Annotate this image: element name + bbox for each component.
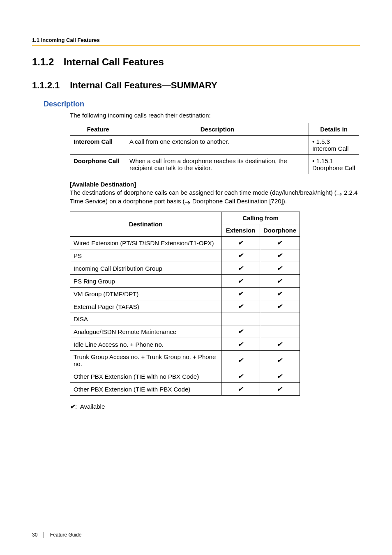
cell-doorphone: ✔ [260, 288, 300, 300]
text-segment: ) on a doorphone port basis ( [106, 198, 185, 205]
col-header-feature: Feature [70, 123, 126, 136]
col-header-description: Description [126, 123, 309, 136]
cell-destination: PS Ring Group [70, 275, 221, 288]
header-rule [32, 45, 360, 46]
cell-extension: ✔ [221, 275, 260, 288]
table-row: Other PBX Extension (TIE with PBX Code)✔… [70, 383, 300, 396]
table-row: PS Ring Group✔✔ [70, 275, 300, 288]
cell-extension: ✔ [221, 249, 260, 262]
cell-doorphone: ✔ [260, 237, 300, 249]
cell-details: • 1.15.1 Doorphone Call [309, 155, 359, 174]
cell-extension: ✔ [221, 288, 260, 300]
cell-description: A call from one extension to another. [126, 136, 309, 155]
cell-destination: Wired Extension (PT/SLT/ISDN Extension/T… [70, 237, 221, 249]
arrow-icon [337, 189, 342, 197]
cell-description: When a call from a doorphone reaches its… [126, 155, 309, 174]
cell-extension: ✔ [221, 262, 260, 275]
table-row: Wired Extension (PT/SLT/ISDN Extension/T… [70, 237, 300, 249]
cell-destination: VM Group (DTMF/DPT) [70, 288, 221, 300]
cell-extension: ✔ [221, 300, 260, 313]
intro-text: The following incoming calls reach their… [70, 112, 360, 119]
text-segment: The destinations of doorphone calls can … [70, 189, 337, 196]
cell-extension: ✔ [221, 325, 260, 338]
cell-destination: External Pager (TAFAS) [70, 300, 221, 313]
table-row: Other PBX Extension (TIE with no PBX Cod… [70, 370, 300, 383]
subsection-heading: 1.1.2.1 Internal Call Features—SUMMARY [32, 80, 360, 91]
table-row: PS✔✔ [70, 249, 300, 262]
legend-label: Available [80, 403, 105, 410]
footer-title: Feature Guide [50, 532, 82, 538]
cross-ref-link[interactable]: Doorphone Call Destination [720] [191, 198, 283, 205]
table-row: Destination Calling from [70, 212, 300, 224]
col-header-doorphone: Doorphone [260, 224, 300, 237]
cell-extension: ✔ [221, 351, 260, 370]
legend-colon: : [75, 403, 77, 410]
table-row: Analogue/ISDN Remote Maintenance✔ [70, 325, 300, 338]
cell-doorphone: ✔ [260, 249, 300, 262]
cell-destination: Trunk Group Access no. + Trunk Group no.… [70, 351, 221, 370]
col-header-destination: Destination [70, 212, 221, 237]
cell-feature: Intercom Call [70, 136, 126, 155]
available-destination-text: The destinations of doorphone calls can … [70, 189, 360, 206]
cell-extension: ✔ [221, 370, 260, 383]
arrow-icon [185, 198, 191, 206]
cell-doorphone: ✔ [260, 300, 300, 313]
col-header-calling-from: Calling from [221, 212, 300, 224]
subsection-title: Internal Call Features—SUMMARY [70, 80, 217, 90]
cell-doorphone: ✔ [260, 370, 300, 383]
cell-doorphone [260, 325, 300, 338]
table-row: Trunk Group Access no. + Trunk Group no.… [70, 351, 300, 370]
page-footer: 30 Feature Guide [32, 532, 81, 538]
feature-table: Feature Description Details in Intercom … [70, 123, 359, 174]
page-number: 30 [32, 532, 44, 538]
table-row: Feature Description Details in [70, 123, 359, 136]
cell-doorphone: ✔ [260, 351, 300, 370]
cell-destination: Other PBX Extension (TIE with no PBX Cod… [70, 370, 221, 383]
cell-details: • 1.5.3 Intercom Call [309, 136, 359, 155]
table-row: DISA [70, 313, 300, 325]
cell-destination: DISA [70, 313, 221, 325]
text-segment: ). [283, 198, 287, 205]
cell-destination: Incoming Call Distribution Group [70, 262, 221, 275]
table-row: VM Group (DTMF/DPT)✔✔ [70, 288, 300, 300]
cell-doorphone: ✔ [260, 262, 300, 275]
table-row: Incoming Call Distribution Group✔✔ [70, 262, 300, 275]
cell-extension: ✔ [221, 338, 260, 351]
section-heading: 1.1.2 Internal Call Features [32, 56, 360, 68]
col-header-extension: Extension [221, 224, 260, 237]
table-row: Intercom Call A call from one extension … [70, 136, 359, 155]
table-row: Idle Line Access no. + Phone no.✔✔ [70, 338, 300, 351]
section-title: Internal Call Features [64, 56, 164, 67]
cell-destination: Idle Line Access no. + Phone no. [70, 338, 221, 351]
available-destination-title: [Available Destination] [70, 181, 360, 188]
subsection-number: 1.1.2.1 [32, 80, 67, 91]
cell-doorphone: ✔ [260, 338, 300, 351]
cell-extension: ✔ [221, 383, 260, 396]
check-icon: ✔ [70, 403, 75, 410]
destination-table: Destination Calling from Extension Doorp… [70, 212, 300, 396]
cell-destination: PS [70, 249, 221, 262]
cell-extension [221, 313, 260, 325]
cell-extension: ✔ [221, 237, 260, 249]
cell-destination: Other PBX Extension (TIE with PBX Code) [70, 383, 221, 396]
description-heading: Description [44, 100, 360, 108]
cell-destination: Analogue/ISDN Remote Maintenance [70, 325, 221, 338]
cell-feature: Doorphone Call [70, 155, 126, 174]
cell-doorphone: ✔ [260, 383, 300, 396]
col-header-details: Details in [309, 123, 359, 136]
cell-doorphone: ✔ [260, 275, 300, 288]
cell-doorphone [260, 313, 300, 325]
running-header: 1.1 Incoming Call Features [32, 37, 360, 43]
table-row: Doorphone Call When a call from a doorph… [70, 155, 359, 174]
section-number: 1.1.2 [32, 56, 61, 68]
legend: ✔: Available [70, 403, 360, 410]
table-row: External Pager (TAFAS)✔✔ [70, 300, 300, 313]
